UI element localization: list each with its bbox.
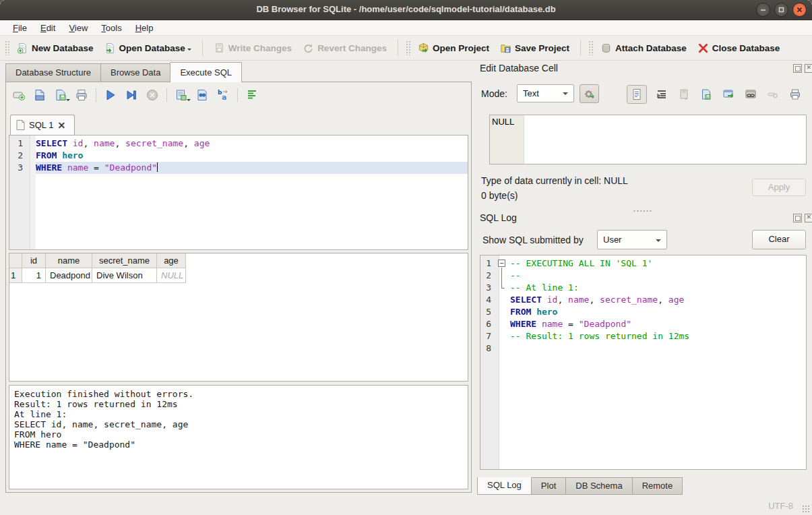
sql-document-icon — [16, 120, 25, 130]
line-number: 6 — [480, 318, 495, 330]
new-sql-tab-button[interactable] — [11, 88, 26, 102]
open-project-button[interactable]: Open Project — [412, 39, 495, 57]
sql-file-tabbar: SQL 1 ✕ — [6, 113, 471, 135]
log-filter-label: Show SQL submitted by — [482, 235, 584, 245]
code-text: -- At line 1: — [510, 282, 806, 294]
fold-marker-icon[interactable]: − — [495, 258, 510, 270]
cell-age[interactable]: NULL — [157, 268, 186, 283]
column-header-secret-name[interactable]: secret_name — [92, 253, 157, 268]
column-header-id[interactable]: id — [22, 253, 46, 268]
code-line[interactable]: 1SELECT id, name, secret_name, age — [9, 138, 468, 150]
stop-button[interactable] — [145, 88, 160, 102]
mode-select[interactable]: Text — [517, 84, 574, 102]
menu-help[interactable]: Help — [129, 22, 160, 34]
tab-browse-data[interactable]: Browse Data — [100, 63, 170, 82]
attach-database-button[interactable]: Attach Database — [595, 39, 692, 57]
sql-file-tab[interactable]: SQL 1 ✕ — [10, 115, 75, 135]
panel-splitter[interactable]: •••••• — [480, 204, 807, 214]
tab-database-structure[interactable]: Database Structure — [5, 63, 100, 82]
cell-value-editor[interactable]: NULL — [489, 115, 807, 164]
write-changes-button[interactable]: Write Changes — [208, 39, 297, 57]
code-line[interactable]: 5FROM hero — [480, 306, 806, 318]
line-number: 8 — [480, 342, 495, 355]
code-line[interactable]: 3WHERE name = "Deadpond" — [9, 162, 468, 174]
new-database-button[interactable]: New Database — [11, 39, 99, 57]
execute-all-button[interactable] — [103, 88, 118, 102]
sql-log-view[interactable]: 1−-- EXECUTING ALL IN 'SQL 1'2--3-- At l… — [480, 255, 807, 470]
code-line[interactable]: 7-- Result: 1 rows returned in 12ms — [480, 330, 806, 342]
save-project-button[interactable]: Save Project — [495, 39, 575, 57]
revert-changes-button[interactable]: Revert Changes — [297, 39, 392, 57]
minimize-button[interactable] — [756, 3, 770, 17]
open-database-button[interactable]: Open Database — [99, 39, 197, 57]
code-line[interactable]: 6WHERE name = "Deadpond" — [480, 318, 806, 330]
code-line[interactable]: 3-- At line 1: — [480, 282, 806, 294]
cell-name[interactable]: Deadpond — [46, 268, 92, 283]
line-number: 1 — [480, 258, 495, 270]
tab-plot[interactable]: Plot — [532, 477, 566, 495]
close-panel-icon[interactable] — [805, 64, 812, 73]
open-database-dropdown-caret[interactable] — [187, 49, 191, 53]
code-text: FROM hero — [510, 306, 806, 318]
tab-db-schema[interactable]: DB Schema — [566, 477, 632, 495]
cell-type-info: Type of data currently in cell: NULL — [481, 175, 628, 186]
set-null-button[interactable] — [766, 87, 780, 102]
row-number[interactable]: 1 — [9, 268, 22, 283]
encoding-indicator[interactable]: UTF-8 — [768, 501, 793, 511]
open-sql-file-button[interactable] — [32, 88, 47, 102]
import-data-button[interactable] — [677, 87, 691, 102]
code-line[interactable]: 1−-- EXECUTING ALL IN 'SQL 1' — [480, 258, 806, 270]
find-button[interactable] — [195, 88, 210, 102]
menu-tools[interactable]: Tools — [95, 22, 127, 34]
save-results-button[interactable] — [174, 88, 189, 102]
menu-edit[interactable]: Edit — [34, 22, 61, 34]
close-database-button[interactable]: Close Database — [692, 39, 786, 57]
cell-secret-name[interactable]: Dive Wilson — [92, 268, 157, 283]
code-line[interactable]: 4SELECT id, name, secret_name, age — [480, 294, 806, 306]
float-panel-icon[interactable] — [793, 214, 802, 222]
save-sql-file-button[interactable] — [53, 88, 68, 102]
clear-log-button[interactable]: Clear — [752, 230, 806, 249]
sql-tab-close-icon[interactable]: ✕ — [57, 120, 65, 131]
results-corner-header[interactable] — [9, 253, 22, 268]
execute-current-line-button[interactable] — [124, 88, 139, 102]
sql-editor[interactable]: 1SELECT id, name, secret_name, age2FROM … — [9, 135, 468, 250]
text-cursor — [157, 162, 158, 172]
code-line[interactable]: 2-- — [480, 270, 806, 282]
close-button[interactable] — [792, 3, 807, 17]
resize-grip[interactable] — [802, 505, 810, 513]
export-data-button[interactable] — [699, 87, 714, 102]
print-cell-button[interactable] — [788, 87, 803, 102]
tab-execute-sql[interactable]: Execute SQL — [170, 62, 242, 82]
editor-margin — [27, 138, 36, 150]
menu-file[interactable]: File — [7, 22, 33, 34]
text-mode-button[interactable] — [627, 85, 647, 104]
close-panel-icon[interactable] — [805, 214, 812, 222]
toolbar-drag-handle[interactable] — [588, 40, 593, 55]
column-header-name[interactable]: name — [46, 253, 92, 268]
menu-view[interactable]: View — [63, 22, 94, 34]
toolbar-drag-handle[interactable] — [5, 40, 9, 55]
tab-remote[interactable]: Remote — [633, 477, 683, 495]
toolbar-drag-handle[interactable] — [406, 40, 410, 55]
code-line[interactable]: 2FROM hero — [9, 150, 468, 162]
tab-sql-log[interactable]: SQL Log — [477, 477, 532, 495]
log-filter-select[interactable]: User — [597, 230, 667, 249]
float-panel-icon[interactable] — [793, 64, 802, 73]
link-cell-button[interactable] — [743, 87, 758, 102]
titlebar[interactable]: DB Browser for SQLite - /home/user/code/… — [0, 0, 812, 20]
find-replace-button[interactable]: ba — [216, 88, 230, 102]
code-line[interactable]: 8 — [480, 342, 806, 355]
line-number: 7 — [480, 330, 495, 342]
cell-id[interactable]: 1 — [22, 268, 46, 283]
apply-button[interactable]: Apply — [752, 179, 806, 196]
line-number: 4 — [480, 294, 495, 306]
format-sql-button[interactable] — [245, 88, 259, 102]
maximize-button[interactable] — [774, 3, 788, 17]
auto-switch-mode-button[interactable] — [580, 84, 599, 103]
print-sql-button[interactable] — [74, 88, 89, 102]
word-wrap-button[interactable] — [654, 87, 669, 102]
column-header-age[interactable]: age — [157, 253, 186, 268]
sql-tab-label: SQL 1 — [29, 120, 53, 130]
open-external-button[interactable] — [721, 87, 736, 102]
